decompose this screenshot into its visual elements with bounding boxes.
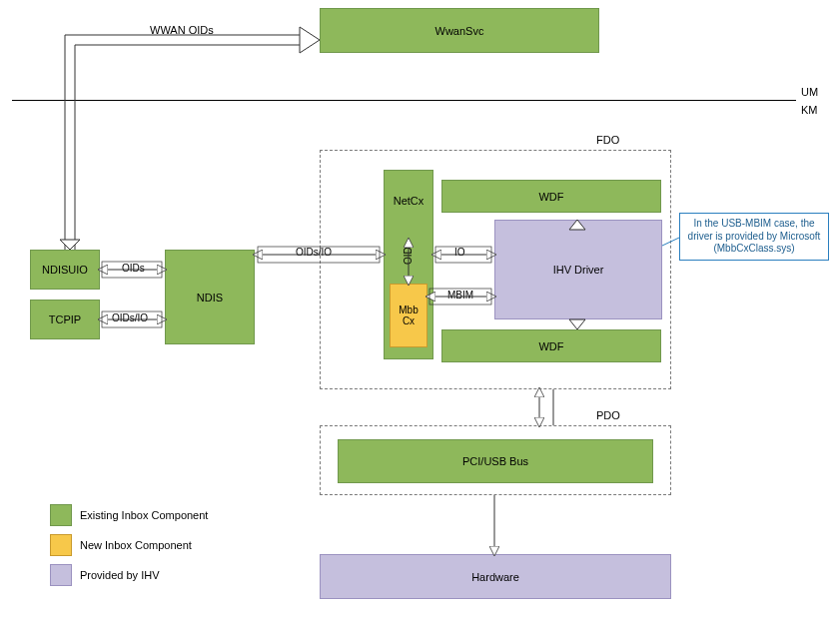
svg-marker-1 — [60, 240, 80, 250]
legend-swatch-ihv — [50, 564, 72, 586]
pdo-label: PDO — [596, 409, 620, 421]
fdo-oids-io-arrow-label: OIDs/IO — [296, 247, 332, 258]
ndisuio-box: NDISUIO — [30, 250, 100, 290]
usb-mbim-callout: In the USB-MBIM case, the driver is prov… — [679, 213, 829, 261]
mbim-arrow-label: MBIM — [447, 290, 473, 301]
oids-arrow-label: OIDs — [122, 263, 145, 274]
oids-io-arrow-label: OIDs/IO — [112, 312, 148, 323]
um-label: UM — [801, 86, 818, 98]
ihv-driver-box: IHV Driver — [494, 220, 662, 319]
legend-swatch-existing — [50, 504, 72, 526]
ndis-label: NDIS — [197, 292, 223, 304]
hardware-box: Hardware — [320, 554, 671, 599]
fdo-label: FDO — [596, 134, 619, 146]
wwansvc-box: WwanSvc — [320, 8, 599, 53]
wwansvc-label: WwanSvc — [435, 25, 484, 37]
mbbcx-box: Mbb Cx — [390, 284, 427, 347]
io-arrow-label: IO — [454, 247, 465, 258]
wwan-oids-arrow-label: WWAN OIDs — [150, 24, 214, 36]
legend-ihv-label: Provided by IHV — [80, 569, 159, 581]
um-km-divider — [12, 100, 796, 101]
tcpip-box: TCPIP — [30, 300, 100, 339]
oid-arrow-label: OID — [403, 247, 414, 265]
legend-new-label: New Inbox Component — [80, 539, 192, 551]
mbbcx-label: Mbb Cx — [399, 305, 418, 326]
wdf-bottom-box: WDF — [441, 329, 661, 362]
wdf-top-box: WDF — [441, 180, 661, 213]
legend-swatch-new — [50, 534, 72, 556]
ndis-box: NDIS — [165, 250, 255, 344]
pci-usb-bus-box: PCI/USB Bus — [338, 439, 653, 483]
netcx-label: NetCx — [394, 195, 424, 207]
hardware-label: Hardware — [471, 571, 519, 583]
km-label: KM — [801, 104, 818, 116]
ihv-driver-label: IHV Driver — [553, 264, 604, 276]
wdf-top-label: WDF — [538, 191, 563, 203]
legend-existing-label: Existing Inbox Component — [80, 509, 208, 521]
tcpip-label: TCPIP — [49, 313, 81, 325]
ndisuio-label: NDISUIO — [42, 264, 88, 276]
pci-usb-bus-label: PCI/USB Bus — [462, 455, 528, 467]
svg-marker-0 — [300, 27, 320, 53]
wdf-bottom-label: WDF — [538, 340, 563, 352]
